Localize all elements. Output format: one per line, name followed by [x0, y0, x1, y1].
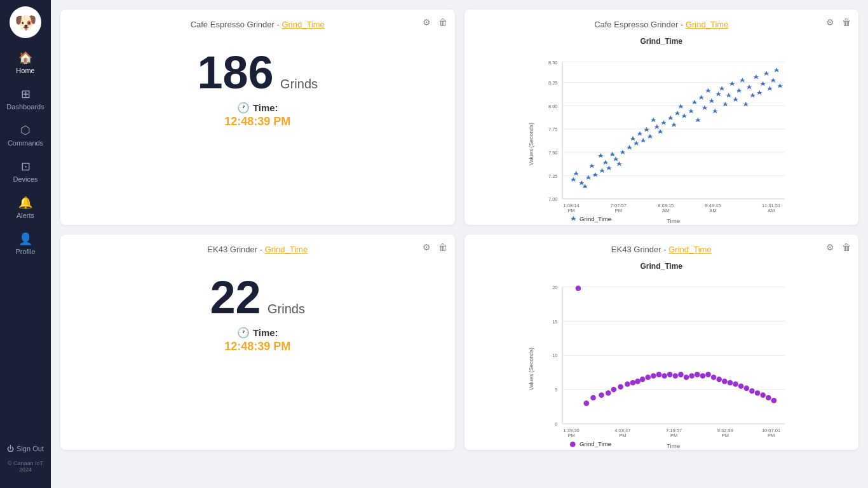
card-title: EK43 Grinder - Grind_Time [71, 245, 445, 254]
svg-point-114 [618, 384, 623, 390]
svg-marker-54 [671, 122, 677, 127]
svg-marker-37 [613, 156, 618, 161]
scatter-chart-ek43: Values (Seconds) 0 5 10 15 20 1:39:30 PM… [475, 273, 849, 451]
svg-marker-32 [599, 168, 605, 173]
svg-point-124 [672, 373, 678, 379]
svg-point-116 [630, 380, 635, 386]
sidebar-item-commands[interactable]: ⬡ Commands [0, 117, 51, 153]
svg-marker-79 [763, 71, 769, 76]
x-axis-title: Time [666, 217, 679, 224]
sign-out-button[interactable]: ⏻ Sign Out [2, 440, 49, 458]
time-value: 12:48:39 PM [71, 115, 445, 128]
svg-marker-33 [589, 163, 595, 168]
svg-marker-75 [750, 93, 756, 98]
svg-marker-78 [760, 81, 766, 86]
svg-marker-28 [573, 171, 579, 176]
svg-point-112 [605, 390, 611, 396]
svg-marker-27 [578, 180, 584, 186]
svg-point-132 [716, 377, 722, 383]
profile-icon: 👤 [18, 232, 32, 246]
svg-point-139 [754, 390, 760, 396]
sidebar-item-devices[interactable]: ⊡ Devices [0, 153, 51, 189]
settings-button[interactable]: ⚙ [825, 241, 836, 254]
card-title-link[interactable]: Grind_Time [668, 245, 711, 254]
sidebar-bottom: ⏻ Sign Out © Canaan IoT 2024 [0, 440, 51, 482]
scatter-points [571, 67, 783, 189]
svg-text:PM: PM [670, 433, 677, 438]
svg-text:15: 15 [552, 319, 557, 325]
svg-point-108 [575, 285, 581, 291]
svg-point-131 [710, 374, 716, 380]
svg-marker-57 [688, 109, 694, 114]
svg-point-133 [722, 379, 728, 384]
svg-marker-63 [709, 98, 714, 104]
y-axis-label: Values (Seconds) [527, 123, 534, 165]
commands-icon: ⬡ [20, 123, 31, 137]
devices-icon: ⊡ [21, 159, 31, 173]
delete-button[interactable]: 🗑 [437, 16, 449, 29]
delete-button[interactable]: 🗑 [437, 241, 449, 254]
sidebar-item-label: Commands [8, 139, 43, 147]
copyright-text: © Canaan IoT 2024 [0, 458, 51, 475]
svg-marker-70 [733, 97, 738, 102]
cafe-chart-card: ⚙ 🗑 Cafe Espresso Grinder - Grind_Time G… [465, 10, 859, 225]
svg-text:0: 0 [555, 421, 557, 427]
stat-time-row: 🕐 Time: [71, 102, 445, 114]
ek43-stat-card: ⚙ 🗑 EK43 Grinder - Grind_Time 22 Grinds … [60, 234, 455, 450]
stat-value: 186 [198, 47, 274, 98]
sidebar-item-label: Devices [13, 175, 37, 183]
svg-text:7.00: 7.00 [548, 196, 557, 202]
x-axis-title: Time [666, 442, 679, 449]
svg-marker-53 [674, 111, 680, 116]
sidebar-item-dashboards[interactable]: ⊞ Dashboards [0, 81, 51, 117]
y-axis-label: Values (Seconds) [527, 348, 534, 390]
settings-button[interactable]: ⚙ [421, 241, 432, 254]
delete-button[interactable]: 🗑 [841, 16, 852, 29]
sidebar-item-home[interactable]: 🏠 Home [0, 44, 51, 81]
clock-icon: 🕐 [237, 327, 250, 339]
svg-text:Grind_Time: Grind_Time [580, 440, 611, 447]
svg-point-123 [667, 372, 672, 377]
card-title: EK43 Grinder - Grind_Time [475, 245, 849, 254]
svg-marker-47 [647, 134, 653, 139]
svg-marker-84 [571, 216, 576, 221]
card-title-link[interactable]: Grind_Time [265, 245, 308, 254]
svg-marker-72 [740, 78, 745, 83]
svg-marker-36 [598, 153, 604, 158]
svg-marker-46 [644, 127, 649, 132]
clock-icon: 🕐 [237, 102, 250, 114]
svg-text:7.25: 7.25 [548, 173, 557, 179]
svg-point-120 [651, 373, 656, 379]
svg-marker-62 [705, 88, 711, 93]
svg-point-125 [678, 372, 684, 377]
settings-button[interactable]: ⚙ [825, 16, 836, 29]
svg-marker-69 [729, 81, 735, 86]
svg-marker-49 [651, 118, 656, 123]
svg-marker-44 [640, 138, 646, 143]
card-title-link[interactable]: Grind_Time [686, 20, 728, 29]
time-value: 12:48:39 PM [71, 340, 445, 353]
svg-marker-26 [571, 177, 576, 182]
svg-point-110 [590, 395, 596, 401]
svg-marker-59 [695, 118, 701, 123]
svg-marker-50 [657, 129, 663, 134]
svg-point-135 [733, 381, 738, 387]
svg-text:AM: AM [767, 208, 774, 214]
logo: 🐶 [10, 6, 41, 38]
time-label: Time: [253, 102, 278, 113]
svg-point-138 [749, 388, 755, 394]
settings-button[interactable]: ⚙ [421, 16, 432, 29]
card-actions: ⚙ 🗑 [825, 16, 852, 29]
svg-text:5: 5 [555, 387, 557, 393]
card-actions: ⚙ 🗑 [421, 16, 449, 29]
delete-button[interactable]: 🗑 [841, 241, 852, 254]
svg-marker-38 [620, 149, 625, 154]
svg-marker-56 [681, 113, 687, 118]
svg-text:PM: PM [567, 433, 574, 438]
sidebar-item-alerts[interactable]: 🔔 Alerts [0, 189, 51, 226]
svg-point-122 [661, 373, 667, 379]
svg-marker-52 [667, 116, 673, 121]
sidebar-item-profile[interactable]: 👤 Profile [0, 226, 51, 262]
svg-marker-71 [736, 88, 742, 93]
card-title-link[interactable]: Grind_Time [281, 20, 324, 29]
